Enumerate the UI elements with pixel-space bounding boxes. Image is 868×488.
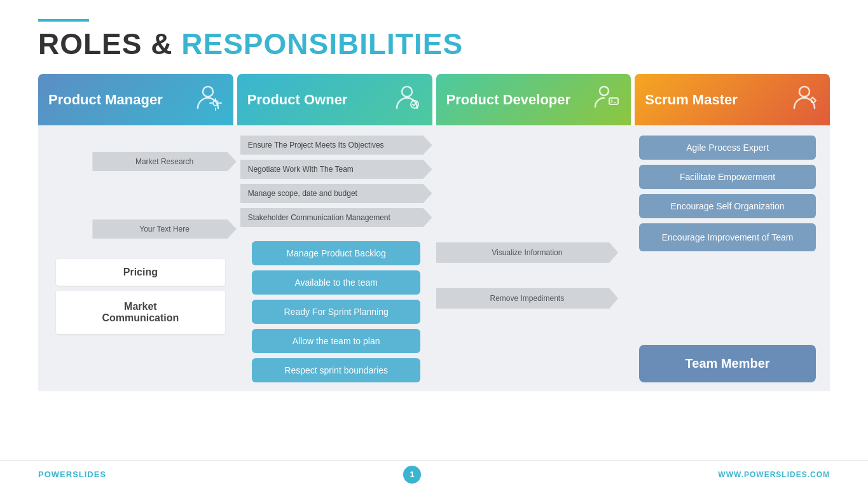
team-member-label: Team Member [685, 356, 770, 370]
scrum-btn-label-3: Encourage Improvement of Team [662, 232, 794, 242]
owner-arrow-label-1: Negotiate Work With The Team [248, 165, 354, 174]
product-developer-icon [590, 83, 621, 116]
market-research-label: Market Research [135, 157, 193, 166]
svg-point-4 [600, 87, 609, 95]
owner-arrow-label-2: Manage scope, date and budget [248, 189, 357, 198]
owner-btn-label-2: Ready For Sprint Planning [284, 307, 389, 317]
dev-arrow-remove-label: Remove Impediments [490, 294, 564, 303]
owner-btn-4[interactable]: Respect sprint boundaries [252, 358, 421, 382]
scrum-btn-label-1: Facilitate Empowerment [680, 172, 775, 182]
col-header-label-4: Scrum Master [645, 92, 738, 108]
col-body-product-owner: Ensure The Project Meets Its Objectives … [240, 133, 432, 382]
title-part2: RESPONSIBILITIES [181, 27, 463, 60]
dev-arrow-remove: Remove Impediments [436, 288, 619, 309]
your-text-label: Your Text Here [139, 225, 189, 234]
col-header-product-owner: Product Owner [237, 74, 432, 125]
page-number-label: 1 [410, 470, 415, 479]
col-header-scrum-master: Scrum Master [635, 74, 830, 125]
slide: ROLES & RESPONSIBILITIES Product Manager… [0, 0, 868, 488]
pricing-box: Pricing [56, 259, 225, 286]
header-accent-line [38, 19, 89, 22]
owner-btn-0[interactable]: Manage Product Backlog [252, 241, 421, 265]
footer-brand-part1: POWER [38, 470, 72, 479]
product-manager-icon [193, 83, 223, 116]
col-header-product-developer: Product Developer [436, 74, 631, 125]
col-header-product-manager: Product Manager [38, 74, 233, 125]
market-research-arrow: Market Research [92, 152, 236, 171]
dev-arrow-visualize: Visualize Information [436, 242, 619, 263]
owner-arrow-0: Ensure The Project Meets Its Objectives [240, 136, 432, 155]
owner-arrow-3: Stakeholder Communication Management [240, 208, 432, 227]
col-body-scrum-master: Agile Process Expert Facilitate Empowerm… [631, 133, 823, 382]
footer-page-number: 1 [403, 466, 421, 484]
col-header-label-3: Product Developer [446, 92, 571, 108]
scrum-btn-label-0: Agile Process Expert [686, 143, 769, 153]
owner-btn-label-0: Manage Product Backlog [286, 248, 385, 258]
svg-point-0 [203, 87, 213, 97]
your-text-row: Your Text Here [45, 220, 237, 239]
svg-point-6 [799, 87, 809, 97]
owner-arrows: Ensure The Project Meets Its Objectives … [240, 136, 432, 227]
columns-header: Product Manager Product Owner [38, 74, 830, 125]
scrum-master-icon [789, 83, 820, 116]
owner-arrow-2: Manage scope, date and budget [240, 184, 432, 203]
footer-brand-part2: SLIDES [72, 470, 106, 479]
scrum-btn-1[interactable]: Facilitate Empowerment [639, 165, 816, 189]
market-communication-label: MarketCommunication [102, 301, 179, 323]
col-body-product-developer: Visualize Information Remove Impediments [436, 133, 628, 382]
svg-rect-5 [609, 98, 618, 104]
footer-brand: POWERSLIDES [38, 470, 106, 479]
content-area: Market Research Your Text Here Pricing M… [38, 125, 830, 391]
owner-btn-2[interactable]: Ready For Sprint Planning [252, 300, 421, 324]
dev-arrow-visualize-label: Visualize Information [492, 248, 562, 257]
owner-btn-3[interactable]: Allow the team to plan [252, 329, 421, 353]
svg-point-2 [402, 87, 412, 97]
scrum-btn-0[interactable]: Agile Process Expert [639, 136, 816, 160]
product-owner-icon [392, 83, 422, 116]
scrum-btn-3[interactable]: Encourage Improvement of Team [639, 223, 816, 251]
owner-arrow-label-3: Stakeholder Communication Management [248, 213, 390, 222]
your-text-arrow: Your Text Here [92, 220, 236, 239]
owner-arrow-label-0: Ensure The Project Meets Its Objectives [248, 141, 384, 150]
dev-arrow-2-row: Remove Impediments [436, 288, 628, 309]
market-communication-box: MarketCommunication [56, 291, 225, 334]
page-title: ROLES & RESPONSIBILITIES [38, 27, 830, 61]
footer: POWERSLIDES 1 WWW.POWERSLIDES.COM [0, 460, 868, 488]
dev-arrow-1-row: Visualize Information [436, 242, 628, 263]
col-body-product-manager: Market Research Your Text Here Pricing M… [45, 133, 237, 382]
owner-btn-1[interactable]: Available to the team [252, 270, 421, 295]
col-header-label-2: Product Owner [247, 92, 348, 108]
team-member-btn: Team Member [639, 345, 816, 382]
svg-point-7 [811, 101, 813, 103]
col-header-label-1: Product Manager [48, 92, 163, 108]
owner-btn-label-3: Allow the team to plan [293, 336, 380, 346]
owner-arrow-1: Negotiate Work With The Team [240, 160, 432, 179]
owner-btn-label-1: Available to the team [294, 277, 378, 288]
footer-url: WWW.POWERSLIDES.COM [718, 470, 830, 479]
scrum-btn-label-2: Encourage Self Organization [671, 201, 785, 211]
owner-btn-label-4: Respect sprint boundaries [284, 365, 388, 375]
market-research-row: Market Research [45, 152, 237, 171]
pricing-label: Pricing [123, 267, 158, 277]
title-part1: ROLES & [38, 27, 181, 60]
scrum-btn-2[interactable]: Encourage Self Organization [639, 194, 816, 218]
